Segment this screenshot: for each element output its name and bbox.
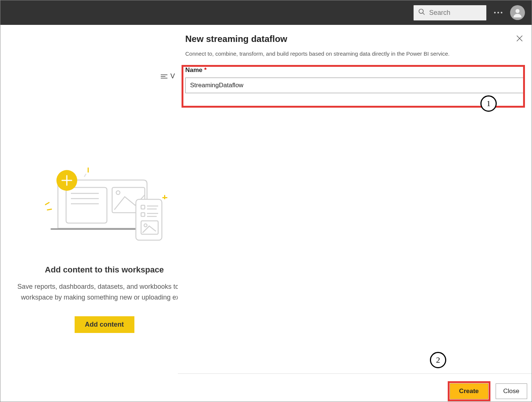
name-input[interactable] [185, 78, 524, 93]
workspace-empty-state: Add content to this workspace Save repor… [0, 106, 208, 333]
view-toggle[interactable]: V [161, 72, 175, 80]
create-button[interactable]: Create [450, 383, 488, 399]
panel-description: Connect to, combine, transform, and buil… [185, 50, 453, 58]
more-options-icon[interactable] [493, 12, 503, 14]
required-indicator: * [204, 66, 207, 73]
svg-point-5 [516, 9, 520, 13]
search-icon [418, 8, 425, 17]
panel-title: New streaming dataflow [185, 34, 287, 44]
svg-point-3 [497, 12, 499, 13]
svg-rect-10 [66, 187, 107, 223]
svg-rect-26 [88, 167, 89, 173]
user-avatar[interactable] [510, 5, 525, 20]
svg-rect-29 [45, 202, 50, 206]
svg-line-1 [423, 13, 425, 15]
close-icon[interactable] [515, 34, 524, 45]
empty-state-title: Add content to this workspace [45, 265, 164, 275]
svg-rect-28 [162, 197, 167, 198]
workspace-illustration [36, 165, 173, 250]
svg-point-2 [494, 12, 496, 13]
name-label-text: Name [185, 66, 202, 73]
close-button[interactable]: Close [496, 383, 527, 399]
annotation-callout-2: 2 [430, 352, 446, 368]
panel-footer: Create Close [178, 373, 532, 402]
search-input[interactable] [429, 9, 482, 17]
search-box[interactable] [414, 5, 486, 20]
svg-point-15 [116, 191, 120, 195]
empty-state-subtitle: Save reports, dashboards, datasets, and … [0, 281, 208, 303]
add-content-button[interactable]: Add content [75, 316, 134, 333]
top-bar [0, 0, 532, 25]
svg-point-4 [501, 12, 502, 13]
name-field-label: Name * [185, 66, 524, 74]
svg-rect-33 [84, 173, 87, 177]
svg-point-0 [419, 9, 424, 14]
view-toggle-label: V [170, 72, 175, 80]
annotation-callout-1: 1 [480, 95, 497, 112]
new-streaming-dataflow-panel: New streaming dataflow Connect to, combi… [178, 25, 532, 402]
svg-rect-30 [47, 209, 52, 210]
